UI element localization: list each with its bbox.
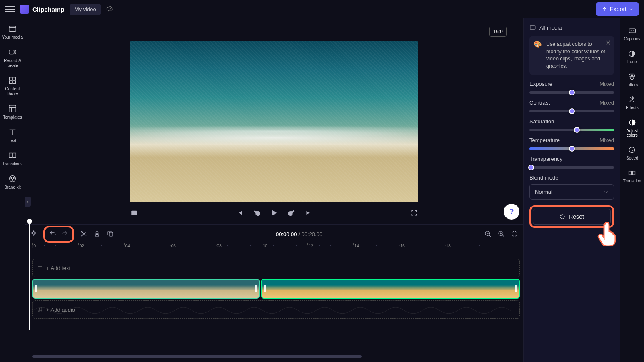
export-button[interactable]: Export [596, 2, 639, 16]
undo-redo-highlight [43, 226, 74, 243]
timeline-scrollbar[interactable] [32, 355, 362, 358]
redo-button[interactable] [61, 230, 68, 239]
svg-line-0 [108, 7, 112, 11]
saturation-slider[interactable] [529, 129, 614, 131]
transparency-label: Transparency [529, 156, 562, 162]
tool-label: Adjust colors [620, 128, 644, 137]
temperature-slider[interactable] [529, 147, 614, 150]
sidebar-item-text[interactable]: Text [8, 127, 17, 143]
zoom-fit-button[interactable] [511, 230, 518, 239]
tool-label: Transition [623, 179, 642, 183]
time-display: 00:00.00 / 00:20.00 [120, 231, 478, 237]
tool-effects[interactable]: Effects [626, 95, 638, 110]
sidebar-label: Text [9, 138, 16, 143]
tool-label: Effects [626, 105, 638, 110]
svg-rect-1 [9, 26, 16, 32]
svg-rect-2 [9, 50, 14, 54]
sidebar-label: Transitions [2, 162, 23, 167]
captions-off-icon[interactable] [130, 209, 138, 218]
video-clip-1[interactable] [32, 279, 260, 299]
delete-button[interactable] [93, 230, 101, 239]
exposure-slider[interactable] [529, 91, 614, 94]
property-panel-expand[interactable]: ‹ [523, 197, 524, 207]
clip-trim-right[interactable] [255, 285, 257, 292]
svg-rect-4 [13, 77, 15, 80]
sidebar-item-content-library[interactable]: Content library [0, 76, 25, 97]
app-logo-icon [20, 5, 29, 14]
panel-title: All media [529, 24, 614, 31]
tool-transition[interactable]: Transition [623, 169, 642, 183]
video-clip-2[interactable] [261, 279, 520, 299]
project-name-input[interactable]: My video [70, 4, 101, 15]
total-time: 00:20.00 [301, 231, 322, 237]
hamburger-menu[interactable] [5, 4, 15, 14]
blend-mode-dropdown[interactable]: Normal [529, 184, 614, 200]
aspect-ratio-button[interactable]: 16:9 [489, 27, 507, 37]
svg-rect-21 [530, 25, 535, 29]
tool-adjust-colors[interactable]: Adjust colors [620, 118, 644, 137]
tip-text: Use adjust colors to modify the color va… [546, 41, 605, 69]
zoom-out-button[interactable] [484, 230, 492, 239]
fullscreen-button[interactable] [410, 209, 418, 218]
tool-captions[interactable]: Captions [624, 27, 640, 41]
svg-rect-9 [13, 153, 16, 158]
skip-end-button[interactable] [305, 209, 312, 218]
sidebar-label: Your media [2, 35, 23, 40]
tool-fade[interactable]: Fade [627, 50, 637, 64]
sync-status-icon [106, 5, 114, 14]
tool-label: Filters [627, 82, 638, 87]
svg-rect-7 [9, 105, 16, 112]
help-button[interactable]: ? [504, 204, 519, 220]
clip-trim-left[interactable] [35, 285, 37, 292]
exposure-label: Exposure [529, 81, 552, 87]
video-preview[interactable] [130, 41, 418, 202]
temperature-label: Temperature [529, 137, 560, 143]
transparency-slider[interactable] [529, 166, 614, 169]
exposure-value: Mixed [599, 81, 614, 87]
rewind-button[interactable] [253, 209, 260, 218]
sparkle-icon[interactable] [30, 230, 37, 239]
add-text-label: + Add text [46, 265, 70, 271]
sidebar-label: Record & create [0, 58, 25, 68]
close-tip-button[interactable]: ✕ [605, 38, 611, 47]
sidebar-label: Content library [0, 87, 25, 97]
sidebar-item-brand-kit[interactable]: Brand kit [4, 174, 20, 190]
duplicate-button[interactable] [107, 230, 114, 239]
saturation-label: Saturation [529, 118, 554, 125]
reset-label: Reset [569, 213, 584, 220]
skip-start-button[interactable] [236, 209, 244, 218]
svg-rect-22 [629, 29, 635, 33]
undo-button[interactable] [49, 230, 57, 239]
clip-trim-right[interactable] [515, 285, 517, 292]
timeline-scroll-thumb[interactable] [32, 355, 362, 358]
sidebar-item-templates[interactable]: Templates [3, 104, 22, 120]
contrast-slider[interactable] [529, 110, 614, 112]
zoom-in-button[interactable] [497, 230, 505, 239]
tool-label: Fade [627, 60, 637, 64]
svg-point-13 [12, 179, 13, 180]
playhead[interactable] [29, 222, 30, 330]
palette-emoji-icon: 🎨 [534, 40, 542, 49]
tool-speed[interactable]: Speed [626, 146, 638, 160]
clip-trim-left[interactable] [264, 285, 266, 292]
timeline-ruler[interactable]: |0:02:04:06:08:10:12:14:16:18 [32, 244, 520, 254]
blend-mode-value: Normal [535, 189, 552, 195]
panel-title-text: All media [539, 25, 562, 31]
pointer-hand-icon [597, 221, 619, 246]
tool-filters[interactable]: Filters [627, 72, 638, 87]
svg-rect-29 [629, 171, 632, 175]
svg-point-11 [11, 177, 12, 179]
svg-point-16 [81, 231, 82, 232]
add-audio-track[interactable]: + Add audio [32, 300, 520, 319]
sidebar-item-record-create[interactable]: Record & create [0, 47, 25, 68]
sidebar-item-transitions[interactable]: Transitions [2, 151, 23, 167]
play-button[interactable] [270, 208, 279, 219]
brand-name: Clipchamp [32, 6, 65, 13]
svg-point-26 [630, 76, 634, 79]
tool-label: Captions [624, 37, 640, 41]
add-text-track[interactable]: + Add text [32, 259, 520, 277]
forward-button[interactable] [288, 209, 295, 218]
sidebar-item-your-media[interactable]: Your media [2, 24, 23, 40]
tool-label: Speed [626, 156, 638, 160]
split-button[interactable] [80, 230, 87, 239]
